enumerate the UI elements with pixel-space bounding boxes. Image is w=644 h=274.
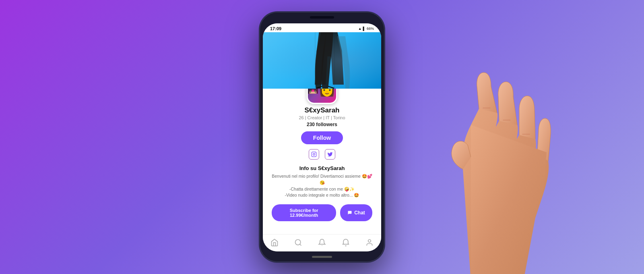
avatar bbox=[307, 89, 337, 104]
profile-section: S€xySarah 26 | Creator | IT | Torino 230… bbox=[263, 89, 381, 234]
background-scene: 17:09 ▲ ▌ 66% bbox=[0, 0, 644, 274]
chat-label: Chat bbox=[354, 210, 365, 216]
hand-illustration bbox=[390, 8, 644, 274]
follow-button[interactable]: Follow bbox=[301, 131, 343, 144]
avatar-image bbox=[308, 89, 318, 103]
followers-count: 230 followers bbox=[307, 122, 337, 127]
svg-rect-6 bbox=[312, 152, 316, 157]
status-icons: ▲ ▌ 66% bbox=[358, 27, 374, 31]
nav-feed-icon[interactable] bbox=[316, 238, 328, 249]
battery-level: 66% bbox=[367, 27, 374, 31]
signal-icon: ▌ bbox=[363, 27, 365, 31]
svg-point-11 bbox=[322, 245, 322, 246]
svg-point-9 bbox=[295, 240, 301, 245]
username: S€xySarah bbox=[305, 106, 340, 114]
status-time: 17:09 bbox=[270, 26, 281, 31]
nav-home-icon[interactable] bbox=[268, 238, 281, 249]
svg-point-7 bbox=[313, 154, 315, 156]
phone-shell: 17:09 ▲ ▌ 66% bbox=[260, 12, 384, 262]
cover-art bbox=[263, 32, 381, 89]
avatar-wrap bbox=[307, 89, 337, 104]
info-text: Benvenuti nel mio profilo! Divertiamoci … bbox=[263, 173, 381, 199]
twitter-icon[interactable] bbox=[325, 149, 335, 160]
svg-line-10 bbox=[300, 244, 301, 246]
chat-button[interactable]: Chat bbox=[340, 204, 372, 221]
instagram-icon[interactable] bbox=[309, 149, 319, 160]
nav-search-icon[interactable] bbox=[292, 238, 305, 249]
chat-icon bbox=[347, 210, 352, 215]
phone-screen: 17:09 ▲ ▌ 66% bbox=[263, 23, 381, 251]
nav-profile-icon[interactable] bbox=[363, 238, 376, 249]
bottom-nav bbox=[263, 234, 381, 251]
social-links bbox=[309, 149, 335, 160]
svg-point-8 bbox=[315, 153, 316, 153]
nav-bell-icon[interactable] bbox=[339, 238, 352, 249]
info-title: Info su S€xySarah bbox=[299, 165, 345, 171]
action-buttons: Subscribe for 12.99€/month Chat bbox=[263, 204, 381, 221]
user-meta: 26 | Creator | IT | Torino bbox=[299, 115, 345, 120]
phone-device: 17:09 ▲ ▌ 66% bbox=[260, 12, 384, 262]
svg-point-12 bbox=[368, 240, 371, 243]
subscribe-button[interactable]: Subscribe for 12.99€/month bbox=[272, 204, 336, 221]
cover-photo bbox=[263, 32, 381, 89]
status-bar: 17:09 ▲ ▌ 66% bbox=[263, 23, 381, 32]
wifi-icon: ▲ bbox=[358, 27, 362, 31]
